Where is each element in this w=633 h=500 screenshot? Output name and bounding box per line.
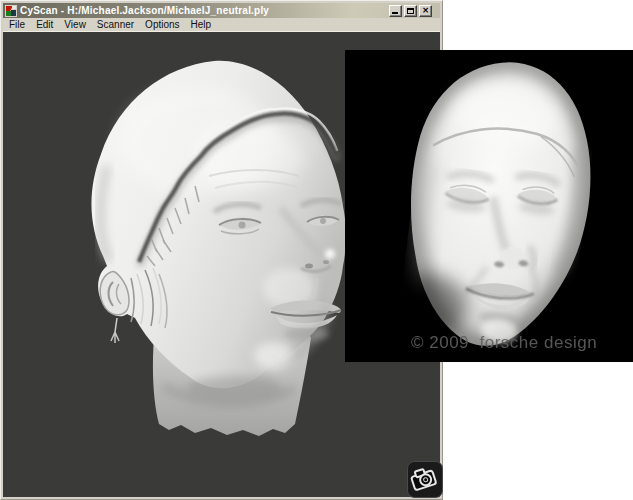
close-button[interactable]: ✕ bbox=[419, 5, 432, 17]
menu-item-view[interactable]: View bbox=[60, 18, 90, 31]
minimize-button[interactable] bbox=[389, 5, 402, 17]
page: CyScan - H:/Michael.Jackson/MichaelJ_neu… bbox=[0, 0, 633, 500]
cyscan-app-icon bbox=[5, 5, 17, 17]
maximize-button[interactable] bbox=[404, 5, 417, 17]
menu-item-file[interactable]: File bbox=[5, 18, 29, 31]
menu-bar: File Edit View Scanner Options Help bbox=[3, 18, 440, 32]
menu-item-help[interactable]: Help bbox=[187, 18, 216, 31]
camera-photos-icon bbox=[407, 461, 443, 498]
face-cast-image bbox=[345, 50, 633, 362]
menu-item-options[interactable]: Options bbox=[141, 18, 183, 31]
menu-item-scanner[interactable]: Scanner bbox=[93, 18, 138, 31]
menu-item-edit[interactable]: Edit bbox=[32, 18, 57, 31]
maximize-icon bbox=[407, 8, 414, 14]
minimize-icon bbox=[392, 12, 398, 14]
face-cast-photo: © 2009 forsche design bbox=[345, 50, 633, 362]
head-scan-model bbox=[59, 56, 349, 446]
window-controls: ✕ bbox=[389, 5, 432, 17]
camera-badge bbox=[407, 461, 443, 498]
photo-watermark: © 2009 forsche design bbox=[411, 333, 597, 353]
window-title: CyScan - H:/Michael.Jackson/MichaelJ_neu… bbox=[20, 3, 389, 18]
title-bar[interactable]: CyScan - H:/Michael.Jackson/MichaelJ_neu… bbox=[3, 3, 440, 18]
